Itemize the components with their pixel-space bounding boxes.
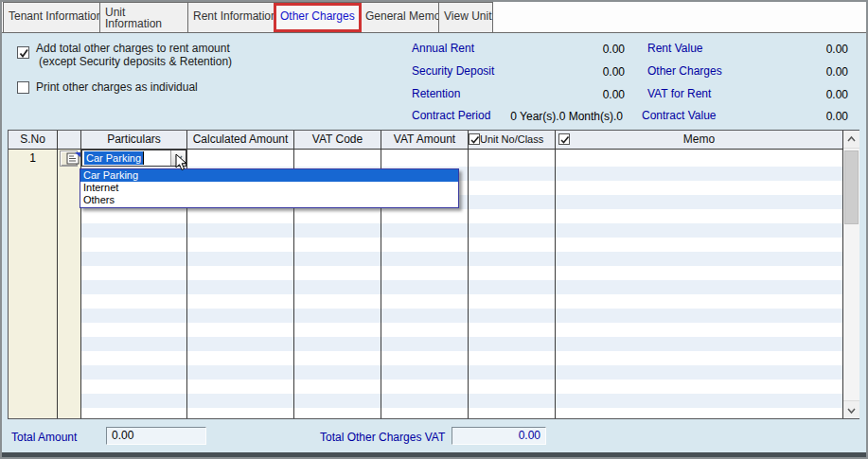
dropdown-option-internet[interactable]: Internet — [80, 182, 458, 194]
other-charges-window: Tenant Information Unit Information Rent… — [0, 0, 868, 459]
header-icon-column — [58, 131, 81, 149]
tab-label: Tenant Information — [9, 9, 100, 23]
memo-header-checkbox[interactable] — [558, 133, 570, 145]
header-label: Memo — [683, 132, 715, 146]
checkmark-icon — [559, 134, 571, 146]
header-calculated-amount: Calculated Amount — [187, 131, 294, 149]
total-amount-field[interactable]: 0.00 — [106, 427, 206, 445]
grid-fixed-columns — [9, 150, 80, 418]
scroll-up-button[interactable] — [843, 131, 859, 149]
rent-value-label: Rent Value — [647, 42, 702, 55]
chevron-up-icon — [843, 131, 859, 149]
retention-label: Retention — [412, 87, 460, 100]
tab-general-memo[interactable]: General Memo — [361, 2, 439, 32]
security-deposit-label: Security Deposit — [412, 64, 494, 78]
tab-label: Unit Information — [105, 6, 162, 30]
memo-form-icon — [66, 152, 80, 165]
vat-for-rent-value: 0.00 — [753, 88, 848, 101]
add-total-label-line2: (except Security deposits & Retention) — [39, 55, 232, 68]
tab-label: Other Charges — [280, 9, 355, 23]
tab-view-unit[interactable]: View Unit — [439, 2, 493, 32]
grid-line — [555, 150, 556, 418]
other-charges-label: Other Charges — [647, 64, 722, 78]
particulars-dropdown-list: Car Parking Internet Others — [80, 168, 459, 208]
vat-for-rent-label: VAT for Rent — [647, 87, 711, 100]
particulars-combobox[interactable]: Car Parking — [81, 150, 186, 167]
tab-label: View Unit — [444, 9, 491, 23]
unit-no-class-header-checkbox[interactable] — [469, 133, 480, 145]
scroll-down-button[interactable] — [843, 400, 859, 418]
tab-label: Rent Information — [193, 9, 275, 23]
rent-value-value: 0.00 — [753, 43, 848, 56]
row1-detail-button[interactable] — [60, 150, 78, 167]
tab-unit-information[interactable]: Unit Information — [100, 2, 188, 32]
header-vat-amount: VAT Amount — [381, 131, 469, 149]
header-vat-code: VAT Code — [294, 131, 381, 149]
header-unit-no-class: Unit No/Class — [469, 131, 556, 149]
tab-label: General Memo — [365, 9, 439, 23]
checkmark-icon — [18, 47, 30, 60]
total-other-charges-vat-label: Total Other Charges VAT — [320, 431, 445, 444]
dropdown-option-car-parking[interactable]: Car Parking — [80, 169, 458, 182]
dropdown-option-others[interactable]: Others — [80, 194, 458, 206]
add-total-checkbox[interactable] — [17, 46, 29, 59]
tab-bar: Tenant Information Unit Information Rent… — [2, 2, 866, 33]
chevron-down-icon — [172, 151, 186, 165]
window-bottom-edge — [2, 452, 866, 457]
scrollbar-thumb[interactable] — [844, 150, 859, 224]
header-sno: S.No — [9, 131, 58, 149]
other-charges-value: 0.00 — [753, 65, 848, 79]
header-particulars: Particulars — [81, 131, 187, 149]
contract-value-label: Contract Value — [642, 109, 717, 122]
annual-rent-value: 0.00 — [511, 43, 625, 56]
grid-line — [57, 150, 58, 418]
print-individual-checkbox[interactable] — [17, 81, 29, 94]
tab-tenant-information[interactable]: Tenant Information — [3, 2, 100, 32]
total-amount-label: Total Amount — [11, 431, 77, 444]
total-other-charges-vat-field[interactable]: 0.00 — [452, 427, 546, 445]
combobox-selected-text: Car Parking — [84, 151, 144, 165]
header-label: Unit No/Class — [480, 133, 543, 145]
annual-rent-label: Annual Rent — [412, 42, 474, 55]
contract-value-value: 0.00 — [753, 110, 848, 123]
contract-period-value: 0 Year(s).0 Month(s).0 — [464, 110, 623, 123]
combobox-dropdown-button[interactable] — [170, 150, 186, 166]
row1-sno: 1 — [9, 151, 57, 165]
print-individual-label: Print other charges as individual — [36, 80, 198, 94]
other-charges-grid: S.No Particulars Calculated Amount VAT C… — [8, 130, 859, 419]
add-total-label-line1: Add total other charges to rent amount — [36, 42, 230, 55]
header-memo: Memo — [556, 131, 842, 149]
tab-rent-information[interactable]: Rent Information — [188, 2, 275, 32]
grid-body: 1 Car Parking Car Parking — [9, 150, 859, 418]
grid-vertical-scrollbar[interactable] — [842, 131, 859, 418]
tab-other-charges[interactable]: Other Charges — [275, 2, 361, 32]
grid-line — [468, 150, 469, 418]
checkmark-icon — [469, 134, 481, 146]
chevron-down-icon — [843, 401, 859, 419]
security-deposit-value: 0.00 — [511, 65, 625, 79]
retention-value: 0.00 — [511, 88, 625, 101]
grid-header-row: S.No Particulars Calculated Amount VAT C… — [9, 131, 859, 150]
